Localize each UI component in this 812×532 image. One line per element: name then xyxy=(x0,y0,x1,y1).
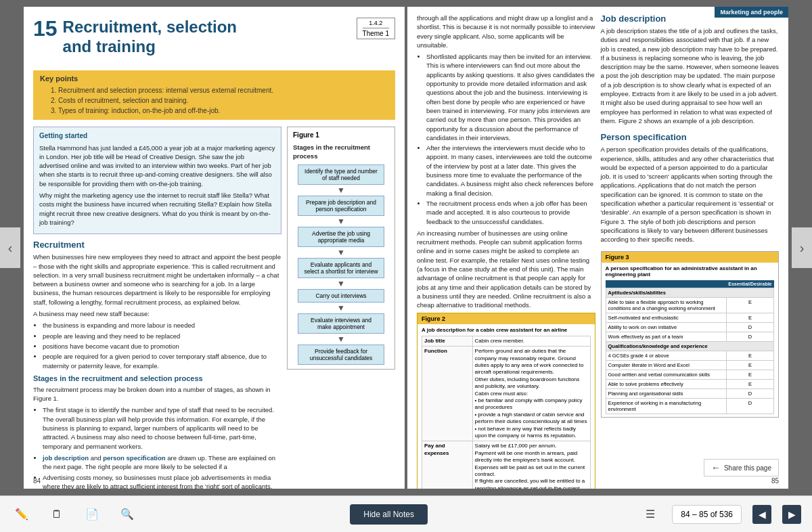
figure2-row-pay: Pay and expenses Salary will be £17,000 … xyxy=(422,441,591,489)
figure3-table: Essential/Desirable Aptitudes/skills/abi… xyxy=(606,280,775,414)
job-desc-text: A job description states the title of a … xyxy=(601,26,780,125)
figure2-box: Figure 2 A job description for a cabin c… xyxy=(417,313,595,489)
theme-badge-line1: 1.4.2 xyxy=(363,20,389,28)
pencil-button[interactable]: ✏️ xyxy=(11,504,32,525)
figure1-subtitle: Stages in the recruitment process xyxy=(293,143,389,161)
next-toolbar-btn[interactable]: ▶ xyxy=(782,505,801,524)
figure3-thead-row: Essential/Desirable xyxy=(606,280,774,288)
flow-arrow-6: ▼ xyxy=(337,335,345,343)
getting-started-text: Stella Hammond has just landed a £45,000… xyxy=(39,143,275,188)
left-page-columns: Getting started Stella Hammond has just … xyxy=(33,127,395,489)
right-page-number: 85 xyxy=(771,477,779,485)
sticky-note-button[interactable]: 🗒 xyxy=(46,504,68,525)
figure3-title: Figure 3 xyxy=(606,254,629,261)
flow-step-5: Carry out interviews xyxy=(298,289,384,303)
figure3-cell-7b: E xyxy=(726,370,773,379)
list-icon: ☰ xyxy=(646,508,655,520)
flow-arrow-3: ▼ xyxy=(337,248,345,257)
figure2-row-function: Function Perform ground and air duties t… xyxy=(422,347,591,441)
figure3-cell-1a: Able to take a flexible approach to work… xyxy=(606,297,726,313)
hide-notes-btn[interactable]: Hide all Notes xyxy=(350,504,428,525)
figure3-cell-5a: 4 GCSEs grade 4 or above xyxy=(606,351,726,360)
recruitment-text2: A business may need new staff because: xyxy=(33,309,281,318)
figure3-col-header-1 xyxy=(606,280,726,288)
left-page: 15 Recruitment, selection and training 1… xyxy=(24,7,405,489)
figure2-table: Job title Cabin crew member. Function Pe… xyxy=(422,336,591,489)
figure3-section1-header: Aptitudes/skills/abilities xyxy=(606,288,774,297)
figure3-section2-header: Qualifications/knowledge and experience xyxy=(606,341,774,351)
figure3-cell-6a: Computer literate in Word and Excel xyxy=(606,360,726,370)
page-tag: Marketing and people xyxy=(715,7,788,18)
figure3-row-7: Good written and verbal communication sk… xyxy=(606,370,774,379)
zoom-button[interactable]: 🔍 xyxy=(116,504,138,525)
rec-bullet-4: people are required for a given period t… xyxy=(43,352,281,370)
right-col-right: Job description A job description states… xyxy=(601,14,780,482)
flow-arrow-2: ▼ xyxy=(337,217,345,225)
getting-started-heading: Getting started xyxy=(39,131,275,141)
document-icon: 📄 xyxy=(85,508,99,520)
prev-page-arrow[interactable]: ‹ xyxy=(0,227,20,268)
figure3-cell-8b: E xyxy=(726,379,773,389)
chapter-title: Recruitment, selection and training xyxy=(63,18,237,64)
figure3-cell-3b: D xyxy=(726,322,773,332)
figure2-pay-value: Salary will be £17,000 per annum.Payment… xyxy=(472,441,590,489)
share-label: Share this page xyxy=(724,464,771,472)
figure1-title: Figure 1 xyxy=(293,131,389,139)
person-spec-title: Person specification xyxy=(601,132,780,142)
figure3-cell-8a: Able to solve problems effectively xyxy=(606,379,726,389)
figure3-row-6: Computer literate in Word and Excel E xyxy=(606,360,774,370)
right-columns: through all the applications and might d… xyxy=(417,14,779,482)
flow-step-1: Identify the type and number of staff ne… xyxy=(298,164,384,185)
figure2-subtitle: A job description for a cabin crew assis… xyxy=(422,327,591,334)
flowchart: Identify the type and number of staff ne… xyxy=(293,164,389,365)
flow-step-2: Prepare job description and person speci… xyxy=(298,196,384,216)
figure3-cell-10a: Experience of working in a manufacturing… xyxy=(606,398,726,414)
figure3-cell-3a: Ability to work on own initiative xyxy=(606,322,726,332)
theme-badge: 1.4.2 Theme 1 xyxy=(357,18,395,39)
figure2-function-label: Function xyxy=(422,347,473,441)
stages-bullets: The first stage is to identify the numbe… xyxy=(43,405,281,450)
figure3-cell-7a: Good written and verbal communication sk… xyxy=(606,370,726,379)
key-point-1: 1. Recruitment and selection process: in… xyxy=(51,85,388,95)
left-col: Getting started Stella Hammond has just … xyxy=(33,127,281,489)
figure3-content: A person specification for an administra… xyxy=(602,263,779,417)
zoom-icon: 🔍 xyxy=(120,508,134,520)
key-points-list: 1. Recruitment and selection process: in… xyxy=(51,85,388,116)
toolbar: ✏️ 🗒 📄 🔍 Hide all Notes ☰ 84 – 85 of 536… xyxy=(0,495,812,532)
app: ‹ 15 Recruitment, selection and training xyxy=(0,0,812,532)
figure3-cell-9a: Planning and organisational skills xyxy=(606,389,726,398)
figure3-cell-2a: Self-motivated and enthusiastic xyxy=(606,313,726,322)
prev-toolbar-btn[interactable]: ◀ xyxy=(752,505,771,524)
figure3-cell-9b: D xyxy=(726,389,773,398)
rec-bullet-1: the business is expanding and more labou… xyxy=(43,321,281,330)
bottom-bullet-2: Advertising costs money, so businesses m… xyxy=(43,473,281,489)
figure3-row-3: Ability to work on own initiative D xyxy=(606,322,774,332)
figure2-header: Figure 2 xyxy=(418,313,595,324)
toolbar-right: ☰ 84 – 85 of 536 ◀ ▶ xyxy=(639,504,801,525)
figure3-row-9: Planning and organisational skills D xyxy=(606,389,774,398)
figure3-section2-title: Qualifications/knowledge and experience xyxy=(606,341,774,351)
figure3-cell-10b: D xyxy=(726,398,773,414)
page-indicator: 84 – 85 of 536 xyxy=(672,505,742,524)
right-main-text: through all the applications and might d… xyxy=(417,14,595,49)
person-spec-section: Person specification A person specificat… xyxy=(601,132,780,244)
rec-bullet-2: people are leaving and they need to be r… xyxy=(43,332,281,340)
next-page-arrow[interactable]: › xyxy=(792,227,812,268)
right-bullets: Shortlisted applicants may then be invit… xyxy=(426,52,595,226)
toolbar-left: ✏️ 🗒 📄 🔍 xyxy=(11,504,138,525)
book-area: ‹ 15 Recruitment, selection and training xyxy=(0,0,812,495)
figure3-row-8: Able to solve problems effectively E xyxy=(606,379,774,389)
figure3-header: Figure 3 xyxy=(602,252,779,263)
document-button[interactable]: 📄 xyxy=(81,504,103,525)
rec-bullet-3: positions have become vacant due to prom… xyxy=(43,342,281,351)
next-icon: ▶ xyxy=(788,509,796,520)
share-button[interactable]: ← Share this page xyxy=(704,459,779,476)
recruitment-title: Recruitment xyxy=(33,240,281,250)
list-view-button[interactable]: ☰ xyxy=(639,504,661,525)
right-bullet-1: Shortlisted applicants may then be invit… xyxy=(426,52,595,142)
flow-arrow-1: ▼ xyxy=(337,186,345,194)
share-icon: ← xyxy=(711,462,721,473)
bottom-bullets: job description and person specification… xyxy=(43,453,281,489)
recruitment-text1: When businesses hire new employees they … xyxy=(33,252,281,307)
right-page: Marketing and people through all the app… xyxy=(407,7,788,489)
